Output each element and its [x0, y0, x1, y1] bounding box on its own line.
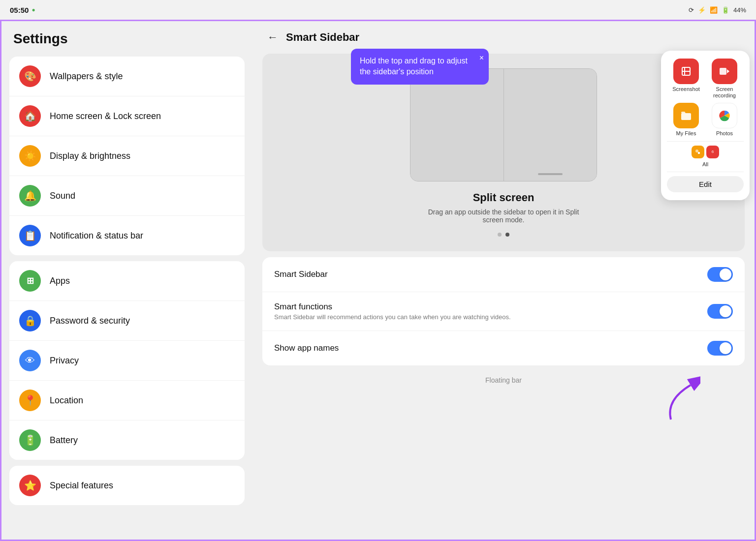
- special-icon: ⭐: [19, 475, 41, 496]
- time: 05:50: [10, 6, 29, 14]
- smart-functions-desc: Smart Sidebar will recommend actions you…: [274, 313, 707, 321]
- smart-sidebar-content: Smart Sidebar: [274, 270, 707, 279]
- tooltip-text: Hold the top and drag to adjust the side…: [360, 57, 468, 76]
- svg-point-6: [695, 150, 698, 152]
- setting-row-smart-functions: Smart functions Smart Sidebar will recom…: [262, 292, 745, 331]
- sidebar-app-myfiles[interactable]: My Files: [669, 103, 703, 137]
- rotate-icon: ⟳: [689, 6, 694, 14]
- setting-rows: Smart Sidebar Smart functions Smart Side…: [262, 257, 745, 365]
- password-icon: 🔒: [19, 310, 41, 331]
- signal-icon: ●: [32, 6, 35, 13]
- mini-icon-2: 6: [706, 146, 719, 158]
- sidebar-item-notification[interactable]: 📋 Notification & status bar: [9, 216, 245, 255]
- top-bar: ← Smart Sidebar: [252, 21, 755, 54]
- status-bar-right: ⟳ ⚡ 📶 🔋 44%: [689, 6, 746, 14]
- sidebar-item-location[interactable]: 📍 Location: [9, 381, 245, 421]
- smart-functions-label: Smart functions: [274, 302, 707, 312]
- svg-rect-5: [681, 113, 691, 120]
- arrow-container: [661, 375, 700, 426]
- battery-percent: 44%: [733, 6, 746, 14]
- carousel-title: Split screen: [473, 191, 535, 204]
- screen-recording-icon: [712, 59, 737, 84]
- dot-1[interactable]: [498, 233, 502, 237]
- display-label: Display & brightness: [50, 151, 130, 161]
- notification-icon: 📋: [19, 225, 41, 246]
- settings-group-3: ⭐ Special features: [9, 466, 245, 505]
- carousel-dots: [498, 233, 509, 237]
- display-icon: ☀️: [19, 145, 41, 167]
- apps-icon: ⊞: [19, 270, 41, 292]
- wallpapers-icon: 🎨: [19, 65, 41, 87]
- smart-functions-toggle[interactable]: [707, 304, 733, 319]
- status-bar-left: 05:50 ●: [10, 6, 35, 14]
- status-bar: 05:50 ● ⟳ ⚡ 📶 🔋 44%: [0, 0, 756, 20]
- sidebar-item-battery[interactable]: 🔋 Battery: [9, 421, 245, 460]
- mini-icon-1: [692, 146, 704, 158]
- battery-icon: 🔋: [19, 429, 41, 451]
- svg-rect-3: [720, 68, 726, 75]
- notification-label: Notification & status bar: [50, 231, 143, 241]
- dot-2[interactable]: [505, 233, 509, 237]
- show-app-names-toggle[interactable]: [707, 341, 733, 356]
- screen-recording-label: Screen recording: [707, 86, 742, 99]
- location-icon: 📍: [19, 390, 41, 411]
- preview-handle: [538, 173, 563, 175]
- sidebar-item-special[interactable]: ⭐ Special features: [9, 466, 245, 505]
- smart-functions-content: Smart functions Smart Sidebar will recom…: [274, 302, 707, 321]
- back-button[interactable]: ←: [267, 31, 278, 44]
- page-title: Smart Sidebar: [286, 31, 359, 44]
- screenshot-icon: [673, 59, 699, 84]
- battery-icon: 🔋: [722, 6, 729, 14]
- all-icons-grid: 6: [692, 146, 719, 158]
- right-panel: ← Smart Sidebar Hold the top and drag to…: [252, 21, 755, 540]
- panel-divider-2: [667, 172, 744, 172]
- smart-sidebar-toggle[interactable]: [707, 267, 733, 282]
- sound-icon: 🔔: [19, 185, 41, 207]
- sidebar-item-privacy[interactable]: 👁 Privacy: [9, 341, 245, 381]
- smart-sidebar-label: Smart Sidebar: [274, 270, 707, 279]
- sidebar-item-password[interactable]: 🔒 Password & security: [9, 301, 245, 341]
- privacy-icon: 👁: [19, 350, 41, 371]
- main-wrapper: Settings 🎨 Wallpapers & style 🏠 Home scr…: [0, 20, 756, 541]
- sidebar-panel: Screenshot Screen recording: [661, 51, 750, 200]
- sidebar-app-screen-recording[interactable]: Screen recording: [707, 59, 742, 99]
- password-label: Password & security: [50, 316, 130, 326]
- sound-label: Sound: [50, 191, 75, 201]
- all-label: All: [702, 161, 708, 168]
- svg-marker-4: [727, 69, 729, 73]
- sidebar-app-screenshot[interactable]: Screenshot: [669, 59, 703, 99]
- arrow-svg: [661, 375, 700, 424]
- settings-sidebar: Settings 🎨 Wallpapers & style 🏠 Home scr…: [1, 21, 252, 540]
- sidebar-item-display[interactable]: ☀️ Display & brightness: [9, 136, 245, 176]
- screenshot-label: Screenshot: [672, 86, 700, 92]
- tooltip-close-button[interactable]: ×: [479, 53, 484, 63]
- photos-icon: [712, 103, 737, 128]
- tooltip: Hold the top and drag to adjust the side…: [351, 49, 489, 85]
- sidebar-all-row[interactable]: 6 All: [667, 146, 744, 168]
- wifi-icon: 📶: [710, 6, 718, 14]
- sidebar-item-homescreen[interactable]: 🏠 Home screen & Lock screen: [9, 96, 245, 136]
- bluetooth-icon: ⚡: [698, 6, 706, 14]
- sidebar-app-photos[interactable]: Photos: [707, 103, 742, 137]
- myfiles-icon: [673, 103, 699, 128]
- homescreen-label: Home screen & Lock screen: [50, 111, 161, 121]
- sidebar-item-wallpapers[interactable]: 🎨 Wallpapers & style: [9, 57, 245, 96]
- location-label: Location: [50, 395, 83, 406]
- photos-label: Photos: [716, 130, 733, 137]
- apps-label: Apps: [50, 276, 70, 286]
- edit-button[interactable]: Edit: [667, 176, 744, 192]
- svg-rect-7: [698, 152, 700, 154]
- sidebar-panel-row-2: My Files Photos: [667, 103, 744, 137]
- split-screen-preview: [410, 68, 597, 181]
- show-app-names-content: Show app names: [274, 343, 707, 353]
- setting-row-smart-sidebar: Smart Sidebar: [262, 257, 745, 292]
- battery-label: Battery: [50, 435, 78, 446]
- sidebar-item-apps[interactable]: ⊞ Apps: [9, 261, 245, 301]
- panel-divider: [667, 141, 744, 142]
- homescreen-icon: 🏠: [19, 105, 41, 127]
- myfiles-label: My Files: [676, 130, 696, 137]
- carousel-desc: Drag an app outside the sidebar to open …: [420, 208, 587, 224]
- privacy-label: Privacy: [50, 356, 79, 366]
- sidebar-item-sound[interactable]: 🔔 Sound: [9, 176, 245, 216]
- settings-group-2: ⊞ Apps 🔒 Password & security 👁 Privacy 📍…: [9, 261, 245, 460]
